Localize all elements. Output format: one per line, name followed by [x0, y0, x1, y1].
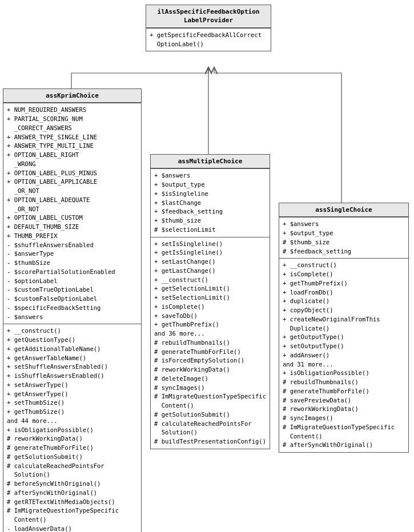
sc-m-11: + isObligationPossible()	[283, 369, 405, 378]
kprim-m-15: # calculateReachedPointsFor	[7, 462, 138, 471]
interface-method-1: + getSpecificFeedbackAllCorrect	[150, 31, 267, 40]
sc-m-2: + isComplete()	[283, 270, 405, 279]
kprim-m-13: # generateThumbForFile()	[7, 444, 138, 453]
diagram-container: ilAssSpecificFeedbackOption LabelProvide…	[0, 0, 414, 532]
mc-m-19b: Solution()	[154, 428, 266, 437]
mc-m-5: + __construct()	[154, 276, 266, 285]
kprim-box: assKprimChoice + NUM_REQUIRED_ANSWERS + …	[3, 88, 142, 532]
single-attributes: + $answers + $output_type # $thumb_size …	[279, 217, 408, 258]
single-box-header: assSingleChoice	[279, 203, 408, 217]
mc-m-16: # syncImages()	[154, 384, 266, 393]
mc-attr-5: + $feedback_setting	[154, 207, 266, 216]
interface-method-1b: OptionLabel()	[150, 40, 267, 49]
mc-m-15: # deleteImage()	[154, 374, 266, 384]
sc-m-12: # rebuildThumbnails()	[283, 378, 405, 387]
sc-m-10: + addAnswer()	[283, 351, 405, 360]
multiple-box: assMultipleChoice + $answers + $output_t…	[150, 154, 270, 449]
kprim-m-6: + isShuffleAnswersEnabled()	[7, 372, 138, 381]
kprim-attr-20: - $answers	[7, 313, 138, 322]
mc-m-18: # getSolutionSubmit()	[154, 410, 266, 420]
mc-m-6: + getSelectionLimit()	[154, 284, 266, 293]
multiple-title: assMultipleChoice	[178, 158, 243, 165]
sc-m-8: + getOutputType()	[283, 333, 405, 342]
kprim-title: assKprimChoice	[46, 92, 99, 99]
sc-attr-1: + $answers	[283, 220, 405, 229]
kprim-attr-4: + ANSWER_TYPE_MULTI_LINE	[7, 142, 138, 151]
sc-m-14: # savePreviewData()	[283, 396, 405, 405]
sc-m-13: # generateThumbForFile()	[283, 387, 405, 396]
sc-m-16: # syncImages()	[283, 414, 405, 423]
mc-m-1: + setIsSingleline()	[154, 240, 266, 249]
kprim-m-8: + getAnswerType()	[7, 390, 138, 399]
kprim-attr-18: - $customFalseOptionLabel	[7, 295, 138, 304]
mc-m-7: + setSelectionLimit()	[154, 293, 266, 303]
kprim-m-20: - loadAnswerData()	[7, 525, 138, 532]
kprim-attr-9: + OPTION_LABEL_CUSTOM	[7, 213, 138, 223]
sc-m-7b: Duplicate()	[283, 324, 405, 333]
mc-attr-4: + $lastChange	[154, 199, 266, 208]
kprim-attributes: + NUM_REQUIRED_ANSWERS + PARTIAL_SCORING…	[3, 103, 141, 324]
sc-m-4: + loadFromDb()	[283, 288, 405, 297]
mc-m-20: # buildTestPresentationConfig()	[154, 437, 266, 446]
kprim-m-17: # afterSyncWithOriginal()	[7, 489, 138, 498]
kprim-m-1: + __construct()	[7, 327, 138, 336]
single-title: assSingleChoice	[315, 206, 372, 213]
multiple-box-header: assMultipleChoice	[151, 155, 270, 168]
kprim-attr-13: - $answerType	[7, 249, 138, 259]
mc-m-12: # generateThumbForFile()	[154, 348, 266, 357]
mc-m-14: # reworkWorkingData()	[154, 365, 266, 374]
kprim-m-11: + isObligationPossible()	[7, 426, 138, 435]
kprim-attr-5b: _WRONG	[7, 160, 138, 169]
mc-m-11: # rebuildThumbnails()	[154, 338, 266, 348]
kprim-m-3: + getAdditionalTableName()	[7, 345, 138, 354]
kprim-attr-7: + OPTION_LABEL_APPLICABLE	[7, 178, 138, 187]
multiple-attributes: + $answers + $output_type + $isSinglelin…	[151, 168, 270, 236]
sc-m-1: + __construct()	[283, 261, 405, 270]
kprim-attr-6: + OPTION_LABEL_PLUS_MINUS	[7, 169, 138, 178]
mc-m-13: # isForcedEmptySolution()	[154, 356, 266, 365]
mc-attr-6: + $thumb_size	[154, 216, 266, 225]
kprim-attr-7b: _OR_NOT	[7, 187, 138, 196]
kprim-attr-17: - $customTrueOptionLabel	[7, 285, 138, 295]
sc-m-17: # ImMigrateQuestionTypeSpecific	[283, 423, 405, 432]
kprim-attr-19: - $specificFeedbackSetting	[7, 304, 138, 313]
kprim-attr-10: + DEFAULT_THUMB_SIZE	[7, 223, 138, 232]
kprim-m-more: and 44 more...	[7, 417, 138, 426]
mc-m-17: # ImMigrateQuestionTypeSpecific	[154, 392, 266, 401]
kprim-m-10: + getThumbSize()	[7, 408, 138, 417]
kprim-m-16: # beforeSyncWithOriginal()	[7, 479, 138, 489]
sc-attr-2: + $output_type	[283, 229, 405, 238]
kprim-attr-8: + OPTION_LABEL_ADEQUATE	[7, 196, 138, 205]
kprim-attr-15: - $scorePartialSolutionEnabled	[7, 268, 138, 277]
single-methods: + __construct() + isComplete() + getThum…	[279, 258, 408, 452]
mc-attr-7: # $selectionLimit	[154, 225, 266, 235]
kprim-attr-14: - $thumbSize	[7, 259, 138, 268]
sc-m-18: # afterSyncWithOriginal()	[283, 441, 405, 450]
sc-m-17b: Content()	[283, 432, 405, 441]
sc-m-9: + setOutputType()	[283, 342, 405, 351]
kprim-m-14: # getSolutionSubmit()	[7, 453, 138, 462]
kprim-attr-2b: _CORRECT_ANSWERS	[7, 124, 138, 133]
interface-title-line1: ilAssSpecificFeedbackOption LabelProvide…	[150, 7, 267, 25]
kprim-m-19: # ImMigrateQuestionTypeSpecific	[7, 506, 138, 515]
kprim-m-9: + setThumbSize()	[7, 398, 138, 408]
kprim-attr-8b: _OR_NOT	[7, 205, 138, 214]
mc-m-17b: Content()	[154, 401, 266, 410]
interface-box-methods: + getSpecificFeedbackAllCorrect OptionLa…	[146, 28, 271, 51]
kprim-attr-12: - $shuffleAnswersEnabled	[7, 241, 138, 250]
kprim-box-header: assKprimChoice	[3, 89, 141, 103]
kprim-m-2: + getQuestionType()	[7, 336, 138, 345]
single-box: assSingleChoice + $answers + $output_typ…	[279, 203, 409, 453]
kprim-m-12: # reworkWorkingData()	[7, 434, 138, 444]
mc-m-10: + getThumbPrefix()	[154, 320, 266, 329]
kprim-m-5: + setShuffleAnswersEnabled()	[7, 362, 138, 372]
kprim-attr-5: + OPTION_LABEL_RIGHT	[7, 151, 138, 160]
mc-m-more: and 36 more...	[154, 329, 266, 338]
mc-attr-3: + $isSingleline	[154, 190, 266, 199]
sc-m-5: + duplicate()	[283, 297, 405, 306]
sc-m-6: + copyObject()	[283, 306, 405, 315]
multiple-methods: + setIsSingleline() + getIsSingleline() …	[151, 237, 270, 449]
kprim-attr-2: + PARTIAL_SCORING_NUM	[7, 115, 138, 124]
kprim-m-7: + setAnswerType()	[7, 381, 138, 390]
kprim-attr-3: + ANSWER_TYPE_SINGLE_LINE	[7, 133, 138, 142]
